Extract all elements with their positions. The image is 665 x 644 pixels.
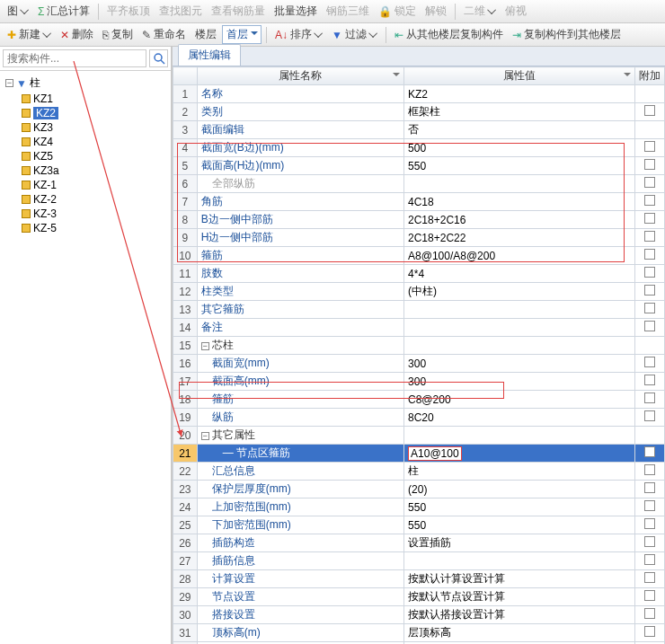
grid-row[interactable]: 6全部纵筋	[173, 175, 665, 193]
grid-row[interactable]: 14备注	[173, 319, 665, 337]
prop-value[interactable]: 柱	[404, 463, 635, 481]
grid-row[interactable]: 22汇总信息柱	[173, 463, 665, 481]
prop-value[interactable]: (中柱)	[404, 283, 635, 301]
prop-value-editing[interactable]: A10@100	[408, 446, 462, 461]
grid-row[interactable]: 8B边一侧中部筋2C18+2C16	[173, 211, 665, 229]
tree-item[interactable]: KZ2	[18, 106, 169, 120]
minus-icon[interactable]: −	[5, 79, 13, 87]
grid-row[interactable]: 21— 节点区箍筋A10@100	[173, 445, 665, 463]
tree-item[interactable]: KZ3a	[18, 163, 169, 178]
prop-value[interactable]: 550	[404, 516, 635, 534]
checkbox[interactable]	[644, 249, 655, 260]
component-tree[interactable]: − ▼ 柱 KZ1KZ2KZ3KZ4KZ5KZ3aKZ-1KZ-2KZ-3KZ-…	[0, 71, 171, 644]
tree-item-label[interactable]: KZ1	[33, 93, 53, 105]
grid-row[interactable]: 18箍筋C8@200	[173, 391, 665, 409]
checkbox[interactable]	[644, 626, 655, 637]
checkbox[interactable]	[644, 357, 655, 367]
search-input[interactable]	[3, 49, 146, 67]
paixu-button[interactable]: A↓排序	[271, 25, 326, 44]
prop-value[interactable]: 4C18	[404, 193, 635, 211]
prop-value[interactable]: 按默认搭接设置计算	[404, 606, 635, 624]
prop-value[interactable]	[404, 319, 635, 337]
prop-value[interactable]: 框架柱	[404, 103, 635, 121]
tree-item-label[interactable]: KZ-1	[33, 179, 57, 191]
prop-value[interactable]: 300	[404, 373, 635, 391]
prop-value[interactable]: (20)	[404, 481, 635, 498]
grid-row[interactable]: 12柱类型(中柱)	[173, 283, 665, 301]
tree-item[interactable]: KZ4	[18, 135, 169, 149]
grid-row[interactable]: 9H边一侧中部筋2C18+2C22	[173, 229, 665, 247]
prop-value[interactable]: A8@100/A8@200	[404, 247, 635, 265]
tree-item[interactable]: KZ-2	[18, 192, 169, 207]
prop-value[interactable]	[404, 552, 635, 570]
checkbox[interactable]	[644, 572, 655, 583]
checkbox[interactable]	[644, 195, 655, 206]
grid-row[interactable]: 10箍筋A8@100/A8@200	[173, 247, 665, 265]
prop-value[interactable]: 否	[404, 121, 635, 139]
checkbox[interactable]	[644, 500, 655, 511]
property-grid[interactable]: 属性名称 属性值 附加 1名称KZ22类别框架柱3截面编辑否4截面宽(B边)(m…	[173, 66, 665, 644]
prop-value[interactable]: 2C18+2C16	[404, 211, 635, 229]
prop-value[interactable]: 550	[404, 498, 635, 516]
prop-value[interactable]: KZ2	[404, 85, 635, 103]
congqita-button[interactable]: ⇤从其他楼层复制构件	[391, 25, 507, 44]
tree-item[interactable]: KZ3	[18, 120, 169, 135]
grid-row[interactable]: 20−其它属性	[173, 427, 665, 445]
checkbox[interactable]	[644, 464, 655, 475]
grid-row[interactable]: 2类别框架柱	[173, 103, 665, 121]
grid-row[interactable]: 29节点设置按默认节点设置计算	[173, 588, 665, 606]
xinjian-button[interactable]: ✚新建	[4, 25, 55, 44]
prop-value[interactable]	[404, 175, 635, 193]
grid-row[interactable]: 15−芯柱	[173, 337, 665, 355]
grid-row[interactable]: 23保护层厚度(mm)(20)	[173, 481, 665, 498]
grid-row[interactable]: 13其它箍筋	[173, 301, 665, 319]
tree-item-label[interactable]: KZ3	[33, 121, 53, 134]
piliang-button[interactable]: 批量选择	[270, 2, 321, 21]
prop-value[interactable]: 550	[404, 157, 635, 175]
chongming-button[interactable]: ✎重命名	[138, 25, 190, 44]
fuzhidao-button[interactable]: ⇥复制构件到其他楼层	[509, 25, 625, 44]
prop-value[interactable]: 按默认节点设置计算	[404, 588, 635, 606]
floor-select[interactable]: 首层	[222, 25, 262, 44]
prop-value[interactable]: 层顶标高	[404, 624, 635, 642]
prop-value[interactable]: 按默认计算设置计算	[404, 570, 635, 588]
grid-row[interactable]: 26插筋构造设置插筋	[173, 534, 665, 552]
checkbox[interactable]	[644, 141, 655, 152]
guolv-button[interactable]: ▼过滤	[328, 25, 381, 44]
checkbox[interactable]	[644, 213, 655, 224]
grid-row[interactable]: 7角筋4C18	[173, 193, 665, 211]
checkbox[interactable]	[644, 554, 655, 565]
tree-item-label[interactable]: KZ-3	[33, 207, 57, 220]
checkbox[interactable]	[644, 518, 655, 529]
prop-value[interactable]: C8@200	[404, 391, 635, 409]
checkbox[interactable]	[644, 285, 655, 296]
search-button[interactable]	[149, 49, 168, 67]
checkbox[interactable]	[644, 177, 655, 188]
prop-value[interactable]	[404, 427, 635, 445]
grid-row[interactable]: 25下加密范围(mm)550	[173, 516, 665, 534]
tu-button[interactable]: 图	[4, 2, 32, 21]
tree-item[interactable]: KZ-5	[18, 221, 169, 235]
prop-value[interactable]	[404, 301, 635, 319]
tree-item-label[interactable]: KZ4	[33, 136, 53, 148]
checkbox[interactable]	[644, 536, 655, 547]
tree-item-label[interactable]: KZ5	[33, 150, 53, 163]
grid-row[interactable]: 1名称KZ2	[173, 85, 665, 103]
tree-item[interactable]: KZ1	[18, 92, 169, 106]
checkbox[interactable]	[644, 446, 655, 457]
col-extra[interactable]: 附加	[635, 67, 665, 85]
checkbox[interactable]	[644, 231, 655, 242]
checkbox[interactable]	[644, 267, 655, 278]
grid-row[interactable]: 31顶标高(m)层顶标高	[173, 624, 665, 642]
tree-root-label[interactable]: 柱	[30, 75, 40, 91]
checkbox[interactable]	[644, 321, 655, 331]
tab-property-edit[interactable]: 属性编辑	[178, 44, 241, 66]
checkbox[interactable]	[644, 608, 655, 619]
prop-value[interactable]: A10@100	[404, 445, 635, 463]
grid-row[interactable]: 4截面宽(B边)(mm)500	[173, 139, 665, 157]
collapse-icon[interactable]: −	[201, 432, 209, 440]
col-name[interactable]: 属性名称	[197, 67, 403, 85]
checkbox[interactable]	[644, 410, 655, 421]
huizong-button[interactable]: Σ汇总计算	[34, 2, 93, 21]
grid-row[interactable]: 16截面宽(mm)300	[173, 355, 665, 373]
